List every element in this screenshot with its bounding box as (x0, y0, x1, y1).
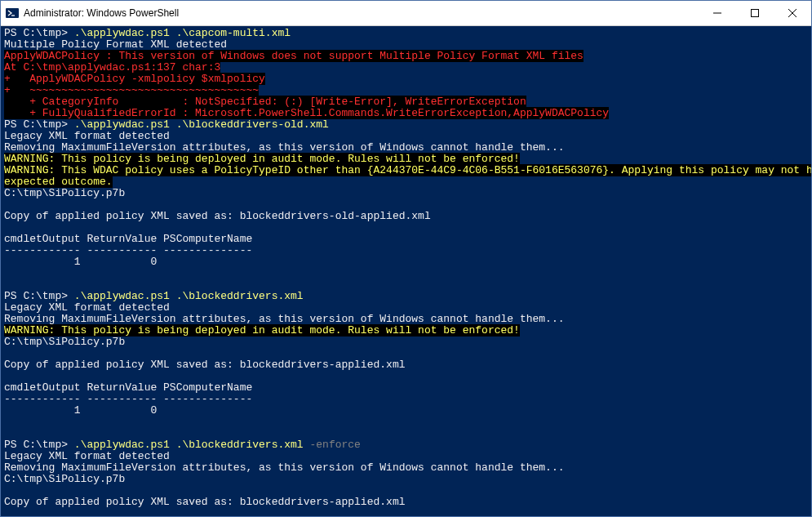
output-line: Multiple Policy Format XML detected (4, 38, 227, 51)
error-line: + ApplyWDACPolicy -xmlpolicy $xmlpolicy (4, 73, 265, 85)
output-line: 1 0 (4, 256, 157, 268)
command-param: -enforce (304, 439, 361, 451)
output-line: Removing MaximumFileVersion attributes, … (4, 141, 565, 154)
output-line: Copy of applied policy XML saved as: blo… (4, 359, 405, 371)
command: .\applywdac.ps1 .\blockeddrivers.xml (74, 439, 304, 451)
command: .\applywdac.ps1 .\blockeddrivers-old.xml (74, 118, 329, 131)
error-line: + ~~~~~~~~~~~~~~~~~~~~~~~~~~~~~~~~~~~~ (4, 84, 259, 96)
output-line: ------------ ----------- -------------- (4, 244, 252, 256)
warning-line: WARNING: This WDAC policy uses a PolicyT… (4, 164, 811, 176)
command: .\applywdac.ps1 .\blockeddrivers.xml (74, 290, 304, 302)
command: .\applywdac.ps1 .\capcom-multi.xml (74, 27, 291, 39)
prompt: PS C:\tmp> (4, 439, 74, 451)
command-line: PS C:\tmp> .\applywdac.ps1 .\capcom-mult… (4, 28, 808, 39)
prompt: PS C:\tmp> (4, 27, 74, 39)
error-line: ApplyWDACPolicy : This version of Window… (4, 50, 583, 62)
command-line: PS C:\tmp> .\applywdac.ps1 .\blockeddriv… (4, 119, 808, 131)
output-line: Legacy XML format detected (4, 450, 170, 462)
output-line: cmdletOutput ReturnValue PSComputerName (4, 381, 252, 394)
command-line: PS C:\tmp> .\applywdac.ps1 .\blockeddriv… (4, 439, 808, 451)
prompt: PS C:\tmp> (4, 118, 74, 131)
output-line: C:\tmp\SiPolicy.p7b (4, 473, 125, 485)
warning-line: expected outcome. (4, 176, 113, 188)
close-button[interactable] (774, 1, 811, 25)
output-line: 1 0 (4, 404, 157, 417)
output-line: C:\tmp\SiPolicy.p7b (4, 187, 125, 199)
command-line: PS C:\tmp> .\applywdac.ps1 .\blockeddriv… (4, 291, 808, 302)
warning-line: WARNING: This policy is being deployed i… (4, 324, 520, 336)
output-line: Copy of applied policy XML saved as: blo… (4, 210, 431, 222)
window-title: Administrator: Windows PowerShell (24, 7, 179, 19)
output-line: Copy of applied policy XML saved as: blo… (4, 496, 405, 508)
output-line: Legacy XML format detected (4, 301, 170, 314)
error-line: At C:\tmp\applywdac.ps1:137 char:3 (4, 61, 220, 74)
error-line: + FullyQualifiedErrorId : Microsoft.Powe… (4, 107, 609, 119)
prompt: PS C:\tmp> (4, 290, 74, 302)
output-line: Removing MaximumFileVersion attributes, … (4, 313, 565, 325)
output-line: C:\tmp\SiPolicy.p7b (4, 336, 125, 348)
output-line: ------------ ----------- -------------- (4, 393, 252, 405)
title-bar: Administrator: Windows PowerShell (1, 1, 811, 26)
powershell-window: Administrator: Windows PowerShell PS C:\… (0, 0, 812, 517)
output-line: Removing MaximumFileVersion attributes, … (4, 461, 565, 474)
terminal-output[interactable]: PS C:\tmp> .\applywdac.ps1 .\capcom-mult… (1, 26, 811, 516)
minimize-button[interactable] (699, 1, 736, 25)
svg-rect-2 (752, 10, 759, 17)
output-line: cmdletOutput ReturnValue PSComputerName (4, 233, 252, 245)
powershell-icon (6, 7, 19, 20)
warning-line: WARNING: This policy is being deployed i… (4, 153, 520, 165)
output-line: Legacy XML format detected (4, 130, 170, 142)
maximize-button[interactable] (736, 1, 774, 25)
error-line: + CategoryInfo : NotSpecified: (:) [Writ… (4, 96, 526, 108)
